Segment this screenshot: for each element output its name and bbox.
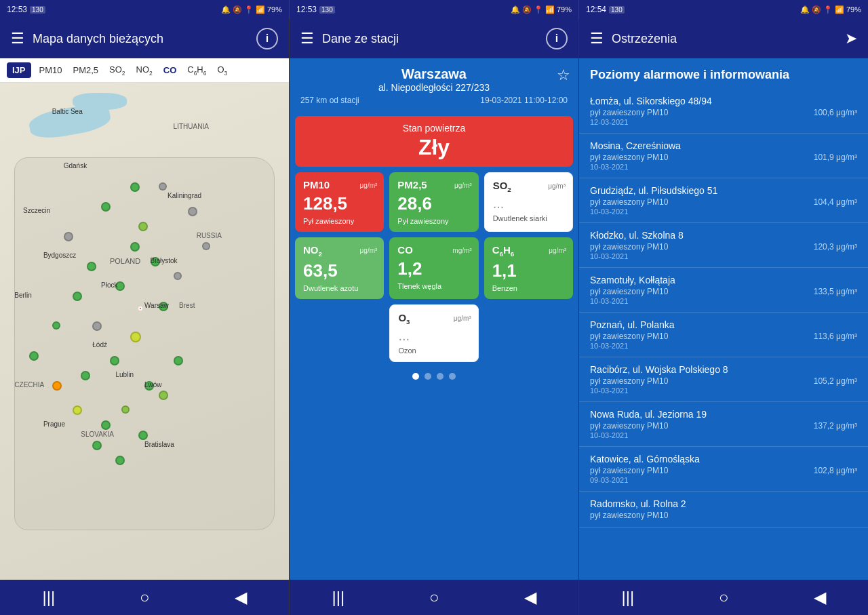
warning-location-2: Mosina, Czereśniowa (590, 140, 857, 151)
menu-button-2[interactable]: ||| (332, 588, 344, 607)
filter-c6h6[interactable]: C6H6 (184, 63, 209, 78)
location-icon-3: 📍 (823, 5, 833, 14)
warning-item-1[interactable]: Łomża, ul. Sikorskiego 48/94 pył zawiesz… (579, 89, 868, 134)
country-label-russia: RUSSIA (197, 232, 222, 239)
menu-button-1[interactable]: ||| (42, 588, 55, 607)
map-dot-13[interactable] (87, 262, 96, 271)
filter-so2[interactable]: SO2 (106, 63, 128, 78)
filter-pm25[interactable]: PM2,5 (70, 64, 101, 77)
ijp-badge[interactable]: IJP (7, 62, 31, 78)
tag-1: 130 (30, 6, 45, 14)
pollutant-c6h6[interactable]: C6H6 μg/m³ 1,1 Benzen (484, 237, 573, 299)
map-dot-12[interactable] (73, 292, 82, 301)
filter-co[interactable]: CO (161, 64, 180, 77)
warning-pollutant-3: pył zawieszony PM10 (590, 197, 668, 207)
no2-unit: μg/m³ (360, 247, 378, 254)
pollutant-o3[interactable]: O3 μg/m³ ... Ozon (389, 304, 478, 362)
hamburger-menu-3[interactable]: ☰ (590, 30, 604, 47)
map-dot-27[interactable] (52, 381, 62, 391)
o3-label: Ozon (398, 346, 469, 355)
home-button-1[interactable]: ○ (140, 588, 150, 607)
pollutant-co[interactable]: CO mg/m³ 1,2 Tlenek węgla (389, 237, 478, 299)
warning-value-5: 133,5 μg/m³ (814, 287, 857, 296)
page-dot-2[interactable] (425, 373, 431, 380)
map-view[interactable]: Gdańsk Szczecin Bydgoszcz Berlin Płock W… (0, 83, 289, 580)
warning-date-2: 10-03-2021 (590, 163, 857, 171)
hamburger-menu-1[interactable]: ☰ (11, 30, 24, 47)
map-dot-19[interactable] (202, 242, 210, 250)
o3-unit: μg/m³ (454, 315, 471, 322)
map-dot-17[interactable] (159, 182, 167, 191)
pollutant-pm25[interactable]: PM2,5 μg/m³ 28,6 Pył zawieszony (389, 172, 478, 232)
back-button-2[interactable]: ◀ (524, 588, 536, 607)
warning-location-6: Poznań, ul. Polanka (590, 319, 857, 330)
status-section-3: 12:54 130 🔔 🔕 📍 📶 79% (579, 0, 868, 19)
hamburger-menu-2[interactable]: ☰ (300, 30, 314, 47)
page-dot-3[interactable] (437, 373, 443, 380)
map-dot-8[interactable] (110, 356, 119, 365)
warnings-list[interactable]: Łomża, ul. Sikorskiego 48/94 pył zawiesz… (579, 89, 868, 580)
map-dot-1[interactable] (130, 242, 140, 252)
city-label-lodz: Łódź (92, 341, 107, 349)
page-dot-4[interactable] (449, 373, 456, 380)
filter-o3[interactable]: O3 (214, 63, 230, 78)
map-dot-16[interactable] (130, 182, 140, 192)
tag-3: 130 (609, 6, 625, 14)
page-dot-1[interactable] (412, 373, 419, 380)
warnings-header: Poziomy alarmowe i informowania (579, 58, 868, 89)
filter-no2[interactable]: NO2 (134, 63, 155, 78)
map-dot-14[interactable] (64, 232, 73, 241)
back-button-3[interactable]: ◀ (814, 588, 826, 607)
country-label-slovakia: SLOVAKIA (81, 431, 114, 438)
home-button-2[interactable]: ○ (429, 588, 439, 607)
map-dot-26[interactable] (29, 351, 39, 361)
filter-pm10[interactable]: PM10 (37, 64, 65, 77)
back-button-1[interactable]: ◀ (235, 588, 247, 607)
pollutant-so2[interactable]: SO2 μg/m³ ... Dwutlenek siarki (484, 172, 573, 232)
status-time-1: 12:53 130 (7, 5, 45, 14)
station-datetime: 19-03-2021 11:00-12:00 (480, 96, 568, 105)
warning-item-2[interactable]: Mosina, Czereśniowa pył zawieszony PM10 … (579, 134, 868, 178)
warning-detail-3: pył zawieszony PM10 104,4 μg/m³ (590, 197, 857, 207)
warning-item-3[interactable]: Grudziądz, ul. Piłsudskiego 51 pył zawie… (579, 178, 868, 223)
map-dot-29[interactable] (92, 441, 102, 450)
warning-item-7[interactable]: Racibórz, ul. Wojska Polskiego 8 pył zaw… (579, 357, 868, 402)
air-quality-box: Stan powietrza Zły (295, 116, 573, 167)
warning-detail-8: pył zawieszony PM10 137,2 μg/m³ (590, 421, 857, 431)
map-dot-7[interactable] (130, 332, 141, 342)
warning-value-8: 137,2 μg/m³ (814, 421, 857, 431)
pm25-value: 28,6 (397, 193, 470, 214)
warning-date-5: 10-03-2021 (590, 297, 857, 305)
country-outline (14, 157, 274, 530)
pagination (290, 368, 578, 385)
map-dot-28[interactable] (73, 405, 82, 415)
home-button-3[interactable]: ○ (719, 588, 729, 607)
warning-item-5[interactable]: Szamotuły, Kołłątaja pył zawieszony PM10… (579, 268, 868, 313)
map-dot-20[interactable] (174, 356, 183, 365)
favorite-button[interactable]: ☆ (557, 66, 570, 84)
pm10-unit: μg/m³ (360, 182, 378, 189)
info-button-2[interactable]: i (546, 28, 568, 49)
pollutant-pm10[interactable]: PM10 μg/m³ 128,5 Pył zawieszony (295, 172, 384, 232)
warning-detail-2: pył zawieszony PM10 101,9 μg/m³ (590, 153, 857, 162)
map-dot-15[interactable] (101, 202, 111, 212)
city-label-szczecin: Szczecin (23, 207, 50, 214)
warning-item-4[interactable]: Kłodzko, ul. Szkolna 8 pył zawieszony PM… (579, 223, 868, 268)
pollutant-no2[interactable]: NO2 μg/m³ 63,5 Dwutlenek azotu (295, 237, 384, 299)
warning-item-6[interactable]: Poznań, ul. Polanka pył zawieszony PM10 … (579, 313, 868, 357)
map-dot-25[interactable] (52, 321, 60, 330)
info-button-1[interactable]: i (256, 28, 278, 49)
navigation-icon[interactable]: ➤ (845, 30, 857, 47)
mute-icon-3: 🔕 (812, 5, 821, 14)
station-top-bar: ☰ Dane ze stacji i (290, 19, 578, 58)
menu-button-3[interactable]: ||| (621, 588, 634, 607)
warning-item-9[interactable]: Katowice, al. Górnośląska pył zawieszony… (579, 447, 868, 492)
map-dot-6[interactable] (174, 272, 182, 280)
warning-item-10[interactable]: Radomsko, ul. Rolna 2 pył zawieszony PM1… (579, 492, 868, 528)
city-label-lwow: Lwów (144, 381, 162, 389)
panel-station: ☰ Dane ze stacji i Warszawa al. Niepodle… (290, 19, 579, 615)
location-icon-1: 📍 (244, 5, 254, 14)
pollutant-grid-row2: NO2 μg/m³ 63,5 Dwutlenek azotu CO mg/m³ … (290, 237, 578, 304)
station-address: al. Niepodległości 227/233 (300, 82, 568, 93)
warning-item-8[interactable]: Nowa Ruda, ul. Jeziorna 19 pył zawieszon… (579, 402, 868, 447)
